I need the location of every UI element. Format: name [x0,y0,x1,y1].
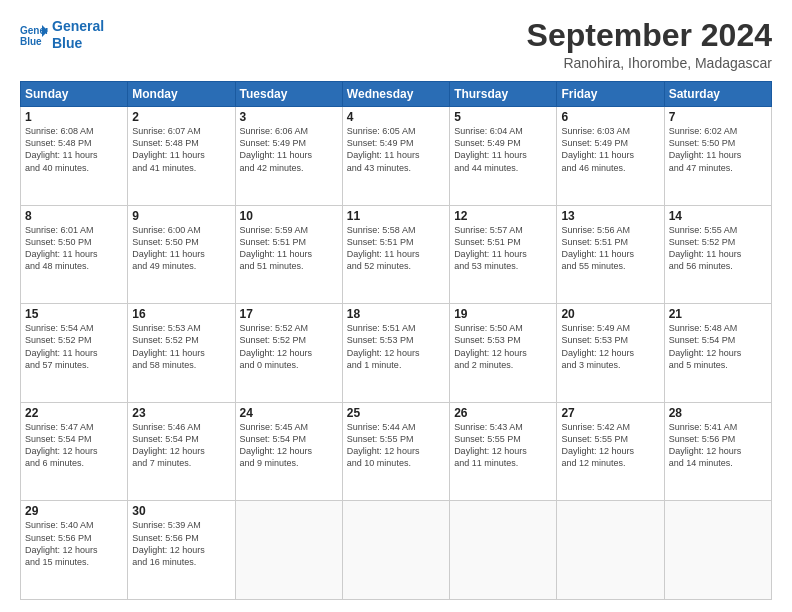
day-info: Sunrise: 6:01 AM Sunset: 5:50 PM Dayligh… [25,224,123,273]
day-info: Sunrise: 5:58 AM Sunset: 5:51 PM Dayligh… [347,224,445,273]
day-info: Sunrise: 5:40 AM Sunset: 5:56 PM Dayligh… [25,519,123,568]
calendar-cell: 24Sunrise: 5:45 AM Sunset: 5:54 PM Dayli… [235,402,342,501]
day-info: Sunrise: 6:04 AM Sunset: 5:49 PM Dayligh… [454,125,552,174]
day-info: Sunrise: 5:45 AM Sunset: 5:54 PM Dayligh… [240,421,338,470]
calendar-cell: 29Sunrise: 5:40 AM Sunset: 5:56 PM Dayli… [21,501,128,600]
day-number: 4 [347,110,445,124]
header: General Blue GeneralBlue September 2024 … [20,18,772,71]
day-info: Sunrise: 5:48 AM Sunset: 5:54 PM Dayligh… [669,322,767,371]
day-info: Sunrise: 5:41 AM Sunset: 5:56 PM Dayligh… [669,421,767,470]
title-block: September 2024 Ranohira, Ihorombe, Madag… [527,18,772,71]
calendar-cell: 2Sunrise: 6:07 AM Sunset: 5:48 PM Daylig… [128,107,235,206]
day-number: 6 [561,110,659,124]
day-number: 25 [347,406,445,420]
svg-text:Blue: Blue [20,36,42,47]
day-info: Sunrise: 5:42 AM Sunset: 5:55 PM Dayligh… [561,421,659,470]
calendar-cell [557,501,664,600]
day-number: 13 [561,209,659,223]
day-info: Sunrise: 5:51 AM Sunset: 5:53 PM Dayligh… [347,322,445,371]
day-header-wednesday: Wednesday [342,82,449,107]
day-number: 14 [669,209,767,223]
day-number: 11 [347,209,445,223]
day-number: 3 [240,110,338,124]
location-subtitle: Ranohira, Ihorombe, Madagascar [527,55,772,71]
calendar-cell: 21Sunrise: 5:48 AM Sunset: 5:54 PM Dayli… [664,304,771,403]
day-info: Sunrise: 6:07 AM Sunset: 5:48 PM Dayligh… [132,125,230,174]
calendar-cell: 20Sunrise: 5:49 AM Sunset: 5:53 PM Dayli… [557,304,664,403]
calendar-cell [342,501,449,600]
day-number: 9 [132,209,230,223]
day-info: Sunrise: 5:43 AM Sunset: 5:55 PM Dayligh… [454,421,552,470]
calendar-cell: 7Sunrise: 6:02 AM Sunset: 5:50 PM Daylig… [664,107,771,206]
day-info: Sunrise: 5:46 AM Sunset: 5:54 PM Dayligh… [132,421,230,470]
calendar-cell: 19Sunrise: 5:50 AM Sunset: 5:53 PM Dayli… [450,304,557,403]
day-number: 7 [669,110,767,124]
day-number: 12 [454,209,552,223]
calendar-cell: 5Sunrise: 6:04 AM Sunset: 5:49 PM Daylig… [450,107,557,206]
day-info: Sunrise: 5:55 AM Sunset: 5:52 PM Dayligh… [669,224,767,273]
calendar-cell: 13Sunrise: 5:56 AM Sunset: 5:51 PM Dayli… [557,205,664,304]
calendar-cell: 16Sunrise: 5:53 AM Sunset: 5:52 PM Dayli… [128,304,235,403]
day-info: Sunrise: 5:54 AM Sunset: 5:52 PM Dayligh… [25,322,123,371]
calendar-cell: 14Sunrise: 5:55 AM Sunset: 5:52 PM Dayli… [664,205,771,304]
day-header-sunday: Sunday [21,82,128,107]
calendar-cell: 4Sunrise: 6:05 AM Sunset: 5:49 PM Daylig… [342,107,449,206]
logo-text: GeneralBlue [52,18,104,52]
day-number: 19 [454,307,552,321]
day-info: Sunrise: 5:59 AM Sunset: 5:51 PM Dayligh… [240,224,338,273]
calendar-cell [450,501,557,600]
day-number: 2 [132,110,230,124]
calendar-cell: 30Sunrise: 5:39 AM Sunset: 5:56 PM Dayli… [128,501,235,600]
day-info: Sunrise: 5:56 AM Sunset: 5:51 PM Dayligh… [561,224,659,273]
day-number: 17 [240,307,338,321]
day-number: 8 [25,209,123,223]
day-number: 23 [132,406,230,420]
calendar-cell: 12Sunrise: 5:57 AM Sunset: 5:51 PM Dayli… [450,205,557,304]
day-number: 1 [25,110,123,124]
calendar-cell: 23Sunrise: 5:46 AM Sunset: 5:54 PM Dayli… [128,402,235,501]
day-number: 30 [132,504,230,518]
day-header-thursday: Thursday [450,82,557,107]
calendar-cell [664,501,771,600]
calendar-cell: 22Sunrise: 5:47 AM Sunset: 5:54 PM Dayli… [21,402,128,501]
day-info: Sunrise: 5:47 AM Sunset: 5:54 PM Dayligh… [25,421,123,470]
day-info: Sunrise: 6:02 AM Sunset: 5:50 PM Dayligh… [669,125,767,174]
day-number: 27 [561,406,659,420]
day-info: Sunrise: 5:49 AM Sunset: 5:53 PM Dayligh… [561,322,659,371]
day-header-tuesday: Tuesday [235,82,342,107]
calendar-cell: 3Sunrise: 6:06 AM Sunset: 5:49 PM Daylig… [235,107,342,206]
calendar-cell: 9Sunrise: 6:00 AM Sunset: 5:50 PM Daylig… [128,205,235,304]
day-header-saturday: Saturday [664,82,771,107]
calendar-cell: 1Sunrise: 6:08 AM Sunset: 5:48 PM Daylig… [21,107,128,206]
day-number: 26 [454,406,552,420]
calendar-cell: 11Sunrise: 5:58 AM Sunset: 5:51 PM Dayli… [342,205,449,304]
day-info: Sunrise: 6:05 AM Sunset: 5:49 PM Dayligh… [347,125,445,174]
day-info: Sunrise: 6:00 AM Sunset: 5:50 PM Dayligh… [132,224,230,273]
day-info: Sunrise: 6:03 AM Sunset: 5:49 PM Dayligh… [561,125,659,174]
day-number: 21 [669,307,767,321]
calendar-cell [235,501,342,600]
day-info: Sunrise: 5:44 AM Sunset: 5:55 PM Dayligh… [347,421,445,470]
calendar-cell: 8Sunrise: 6:01 AM Sunset: 5:50 PM Daylig… [21,205,128,304]
day-number: 22 [25,406,123,420]
day-number: 20 [561,307,659,321]
day-info: Sunrise: 5:57 AM Sunset: 5:51 PM Dayligh… [454,224,552,273]
day-number: 10 [240,209,338,223]
day-header-friday: Friday [557,82,664,107]
day-info: Sunrise: 5:50 AM Sunset: 5:53 PM Dayligh… [454,322,552,371]
calendar-table: SundayMondayTuesdayWednesdayThursdayFrid… [20,81,772,600]
calendar-cell: 10Sunrise: 5:59 AM Sunset: 5:51 PM Dayli… [235,205,342,304]
calendar-cell: 6Sunrise: 6:03 AM Sunset: 5:49 PM Daylig… [557,107,664,206]
calendar-cell: 17Sunrise: 5:52 AM Sunset: 5:52 PM Dayli… [235,304,342,403]
calendar-cell: 25Sunrise: 5:44 AM Sunset: 5:55 PM Dayli… [342,402,449,501]
logo: General Blue GeneralBlue [20,18,104,52]
day-info: Sunrise: 5:39 AM Sunset: 5:56 PM Dayligh… [132,519,230,568]
day-info: Sunrise: 6:06 AM Sunset: 5:49 PM Dayligh… [240,125,338,174]
calendar-cell: 26Sunrise: 5:43 AM Sunset: 5:55 PM Dayli… [450,402,557,501]
month-title: September 2024 [527,18,772,53]
day-info: Sunrise: 5:52 AM Sunset: 5:52 PM Dayligh… [240,322,338,371]
calendar-cell: 27Sunrise: 5:42 AM Sunset: 5:55 PM Dayli… [557,402,664,501]
day-number: 5 [454,110,552,124]
day-number: 15 [25,307,123,321]
day-info: Sunrise: 6:08 AM Sunset: 5:48 PM Dayligh… [25,125,123,174]
